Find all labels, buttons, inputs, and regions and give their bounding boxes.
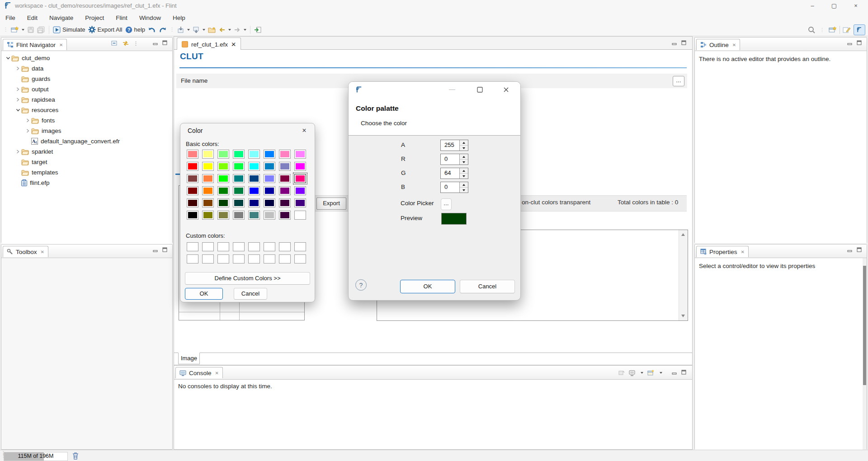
basic-color-swatch[interactable] <box>187 162 198 171</box>
custom-color-swatch[interactable] <box>264 254 275 263</box>
chevron-right-icon[interactable] <box>14 66 21 71</box>
color-dialog-cancel-button[interactable]: Cancel <box>234 288 267 300</box>
basic-color-swatch[interactable] <box>187 211 198 220</box>
new-wizard-dropdown[interactable] <box>22 29 24 31</box>
minimize-view-icon[interactable] <box>847 247 853 253</box>
basic-color-swatch[interactable] <box>294 162 306 171</box>
field-g-value[interactable]: 64 <box>444 169 451 176</box>
save-button[interactable] <box>26 25 36 34</box>
spin-up-icon[interactable] <box>460 182 468 188</box>
tree-item-clut-demo[interactable]: clut_demo <box>1 53 172 63</box>
collapse-all-icon[interactable] <box>111 40 118 47</box>
spin-down-icon[interactable] <box>460 188 468 193</box>
palette-ok-button[interactable]: OK <box>400 280 455 293</box>
close-tab-icon[interactable]: ✕ <box>741 249 745 254</box>
basic-color-swatch[interactable] <box>217 211 229 220</box>
basic-color-swatch[interactable] <box>248 174 260 183</box>
tree-item-guards[interactable]: guards <box>1 74 172 84</box>
spin-up-icon[interactable] <box>460 168 468 174</box>
search-icon[interactable] <box>808 26 816 34</box>
undo-button[interactable] <box>146 26 157 34</box>
basic-color-swatch[interactable] <box>202 198 214 207</box>
link-with-editor-icon[interactable] <box>122 40 129 47</box>
chevron-right-icon[interactable] <box>14 98 21 102</box>
back-nav-button[interactable] <box>217 26 232 33</box>
tab-console[interactable]: Console ✕ <box>175 367 223 378</box>
custom-color-swatch[interactable] <box>264 242 275 251</box>
basic-color-swatch[interactable] <box>233 174 245 183</box>
tree-item-fonts[interactable]: fonts <box>1 115 172 126</box>
basic-color-swatch[interactable] <box>202 211 214 220</box>
basic-color-swatch[interactable] <box>294 186 306 195</box>
basic-color-swatch[interactable] <box>279 174 291 183</box>
spin-up-icon[interactable] <box>460 140 468 146</box>
custom-color-swatch[interactable] <box>187 242 198 251</box>
basic-color-swatch[interactable] <box>202 162 214 171</box>
tab-image-page[interactable]: Image <box>178 353 200 364</box>
basic-color-swatch[interactable] <box>264 186 275 195</box>
export-all-button[interactable]: Export All <box>87 25 124 34</box>
close-tab-icon[interactable]: ✕ <box>732 42 736 47</box>
minimize-view-icon[interactable] <box>672 370 677 375</box>
custom-color-swatch[interactable] <box>217 254 229 263</box>
field-b-value[interactable]: 0 <box>444 183 448 190</box>
minimize-view-icon[interactable] <box>672 40 677 46</box>
basic-color-swatch-selected[interactable] <box>294 174 306 183</box>
custom-color-swatch[interactable] <box>202 242 214 251</box>
custom-color-swatch[interactable] <box>294 254 306 263</box>
flint-perspective-button[interactable] <box>854 24 865 35</box>
basic-color-swatch[interactable] <box>279 198 291 207</box>
menu-flint[interactable]: Flint <box>116 14 127 21</box>
simulate-button[interactable]: Simulate <box>52 25 87 34</box>
basic-color-swatch[interactable] <box>217 162 229 171</box>
basic-color-swatch[interactable] <box>233 198 245 207</box>
forward-nav-button[interactable] <box>232 26 248 33</box>
color-dialog-ok-button[interactable]: OK <box>185 288 223 300</box>
close-tab-icon[interactable]: ✕ <box>41 249 44 254</box>
basic-color-swatch[interactable] <box>202 174 214 183</box>
open-console-dropdown[interactable] <box>660 372 662 374</box>
open-console-icon[interactable] <box>647 370 655 376</box>
close-tab-icon[interactable]: ✕ <box>59 42 63 47</box>
console-display-dropdown[interactable] <box>641 372 643 374</box>
scroll-up-icon[interactable] <box>681 233 685 236</box>
basic-color-swatch[interactable] <box>279 150 291 159</box>
import-dropdown[interactable] <box>187 29 190 31</box>
field-r-value[interactable]: 0 <box>444 155 448 162</box>
maximize-view-icon[interactable] <box>162 40 168 46</box>
field-a-spinner[interactable]: 255 <box>440 140 468 151</box>
define-custom-colors-button[interactable]: Define Custom Colors >> <box>185 272 310 285</box>
maximize-view-icon[interactable] <box>681 40 687 46</box>
tree-item-sparklet[interactable]: sparklet <box>1 146 172 157</box>
garbage-collect-icon[interactable] <box>71 452 80 460</box>
basic-color-swatch[interactable] <box>264 174 275 183</box>
basic-color-swatch[interactable] <box>264 150 275 159</box>
tab-toolbox[interactable]: Toolbox ✕ <box>3 246 48 257</box>
basic-color-swatch[interactable] <box>264 198 275 207</box>
spin-down-icon[interactable] <box>460 146 468 151</box>
new-wizard-button[interactable] <box>9 25 26 34</box>
back-nav-dropdown[interactable] <box>228 29 231 31</box>
tree-item-flint-efp[interactable]: flint.efp <box>1 178 172 188</box>
custom-color-swatch[interactable] <box>233 254 245 263</box>
basic-color-swatch[interactable] <box>233 186 245 195</box>
tree-item-output[interactable]: output <box>1 84 172 94</box>
scroll-down-icon[interactable] <box>681 315 685 317</box>
spin-down-icon[interactable] <box>460 160 468 165</box>
menu-help[interactable]: Help <box>173 14 185 21</box>
tab-properties[interactable]: Properties ✕ <box>696 246 749 257</box>
basic-color-swatch[interactable] <box>248 150 260 159</box>
tab-outline[interactable]: Outline ✕ <box>696 39 740 50</box>
tab-ref-clut-1-efx[interactable]: ref_clut_1.efx ✕ <box>177 38 241 51</box>
import-button[interactable] <box>176 25 191 34</box>
custom-color-swatch[interactable] <box>279 242 291 251</box>
forward-nav-dropdown[interactable] <box>244 29 246 31</box>
custom-color-swatch[interactable] <box>217 242 229 251</box>
help-button[interactable]: ? help <box>124 25 147 34</box>
basic-color-swatch[interactable] <box>233 162 245 171</box>
tree-item-images[interactable]: images <box>1 126 172 136</box>
tree-item-rapidsea[interactable]: rapidsea <box>1 94 172 105</box>
spin-up-icon[interactable] <box>460 154 468 160</box>
basic-color-swatch[interactable] <box>217 198 229 207</box>
basic-color-swatch[interactable] <box>248 211 260 220</box>
